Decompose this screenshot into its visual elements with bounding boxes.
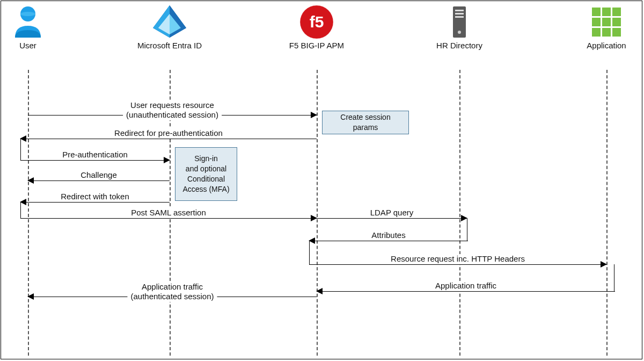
box-line: and optional	[182, 164, 229, 174]
participant-hr: HR Directory	[411, 3, 508, 50]
participant-f5-label: F5 BIG-IP APM	[268, 41, 365, 50]
participant-app: Application	[558, 3, 642, 50]
msg-text-sub: (unauthenticated session)	[126, 110, 218, 120]
box-line: Conditional	[182, 174, 229, 184]
svg-point-1	[20, 12, 35, 16]
participant-user: User	[1, 3, 76, 50]
msg-app-traffic-right: Application traffic	[317, 285, 615, 298]
participant-user-label: User	[1, 41, 76, 50]
msg-text: Pre-authentication	[62, 150, 128, 159]
msg-attributes: Attributes	[309, 234, 468, 247]
box-line: Sign-in	[182, 154, 229, 164]
svg-rect-20	[612, 18, 621, 26]
msg-redirect-token: Redirect with token	[20, 196, 170, 208]
application-icon	[558, 3, 642, 41]
msg-text-sub: (authenticated session)	[130, 292, 214, 302]
msg-text: Post SAML assertion	[131, 208, 206, 217]
msg-ldap-query: LDAP query	[317, 212, 467, 225]
participant-entra-label: Microsoft Entra ID	[121, 41, 218, 50]
user-icon	[1, 3, 76, 41]
participant-f5: f5 F5 BIG-IP APM	[268, 3, 365, 50]
participant-hr-label: HR Directory	[411, 41, 508, 50]
msg-resource-request: Resource request inc. HTTP Headers	[309, 258, 606, 271]
box-create-session-params: Create session params	[322, 111, 409, 134]
sequence-diagram: User Microsoft Entra ID f5 F5 BIG-IP APM	[1, 1, 642, 359]
svg-rect-15	[592, 8, 601, 16]
msg-text: Redirect for pre-authentication	[114, 128, 223, 138]
svg-rect-19	[602, 18, 611, 26]
svg-point-14	[458, 31, 461, 34]
msg-post-saml: Post SAML assertion	[20, 212, 317, 225]
msg-app-traffic-left: Application traffic (authenticated sessi…	[28, 290, 317, 303]
box-text: Create session params	[328, 112, 403, 133]
svg-rect-12	[455, 13, 464, 15]
entra-icon	[121, 3, 218, 41]
svg-rect-16	[602, 8, 611, 16]
svg-rect-17	[612, 8, 621, 16]
svg-rect-11	[455, 10, 464, 11]
msg-text: User requests resource	[126, 100, 218, 111]
svg-rect-22	[602, 28, 611, 37]
box-line: Access (MFA)	[182, 184, 229, 194]
msg-text: Challenge	[80, 170, 117, 179]
msg-preauth: Pre-authentication	[20, 154, 170, 167]
f5-logo-icon: f5	[268, 3, 365, 41]
msg-text: Attributes	[371, 230, 405, 240]
msg-text: Redirect with token	[61, 192, 129, 201]
svg-rect-21	[592, 28, 601, 37]
lifeline-app	[606, 70, 608, 356]
svg-rect-13	[455, 16, 464, 18]
msg-text: LDAP query	[370, 208, 414, 217]
participant-app-label: Application	[558, 41, 642, 50]
msg-text: Resource request inc. HTTP Headers	[391, 254, 525, 263]
participant-entra: Microsoft Entra ID	[121, 3, 218, 50]
server-icon	[411, 3, 508, 41]
msg-text: Application traffic	[435, 281, 496, 290]
msg-text: Application traffic	[130, 282, 214, 292]
svg-rect-18	[592, 18, 601, 26]
msg-challenge: Challenge	[28, 174, 170, 187]
box-signin-mfa: Sign-in and optional Conditional Access …	[175, 147, 237, 201]
svg-rect-23	[612, 28, 621, 37]
msg-user-requests-resource: User requests resource (unauthenticated …	[28, 109, 317, 121]
svg-text:f5: f5	[310, 13, 324, 31]
msg-redirect-preauth: Redirect for pre-authentication	[20, 132, 317, 145]
